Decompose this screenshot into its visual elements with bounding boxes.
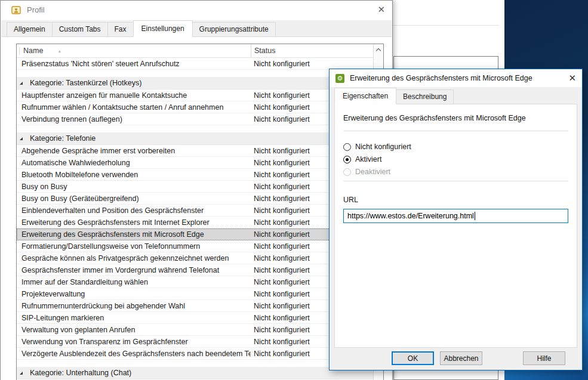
tab-eigenschaften[interactable]: Eigenschaften (334, 88, 396, 104)
setting-name: Gesprächsfenster immer im Vordergrund wä… (17, 266, 251, 274)
radio-label: Nicht konfiguriert (355, 143, 411, 151)
dialog-title: Erweiterung des Gesprächsfensters mit Mi… (350, 74, 532, 82)
column-header-status[interactable]: Status (251, 44, 373, 57)
category-row[interactable]: Kategorie: Unterhaltung (Chat) (17, 367, 373, 379)
list-row[interactable]: Automatische WahlwiederholungNicht konfi… (17, 157, 373, 169)
url-value: https://www.estos.de/Erweiterung.html (347, 212, 474, 220)
setting-name: SIP-Leitungen markieren (17, 314, 251, 322)
settings-list-body: Präsenzstatus 'Nicht stören' steuert Anr… (17, 58, 373, 379)
separator (343, 181, 568, 181)
list-row[interactable]: Hauptfenster anzeigen für manuelle Konta… (17, 89, 373, 101)
abbrechen-button[interactable]: Abbrechen (440, 351, 482, 365)
setting-name: Verwendung von Transparenz im Gesprächfe… (17, 338, 251, 346)
category-row[interactable]: Kategorie: Tastenkürzel (Hotkeys) (17, 77, 373, 89)
setting-name: Präsenzstatus 'Nicht stören' steuert Anr… (17, 60, 251, 68)
category-expanded-icon[interactable] (20, 137, 23, 140)
list-row[interactable]: Immer auf der Standardleitung wählenNich… (17, 276, 373, 288)
column-header-name-label: Name (23, 47, 43, 55)
row-gap (17, 70, 373, 77)
hilfe-button[interactable]: Hilfe (523, 351, 565, 365)
radio-disabled-icon (343, 168, 351, 176)
setting-name: Gespräche können als Privatgespräch geke… (17, 254, 251, 262)
radio-label: Aktiviert (355, 155, 381, 163)
dialog-tab-page: Erweiterung des Gesprächsfensters mit Mi… (334, 104, 577, 348)
settings-list-header: Name ▲ Status (17, 44, 373, 58)
scroll-up-button[interactable] (374, 44, 383, 55)
tab-fax[interactable]: Fax (107, 22, 134, 36)
radio-aktiviert[interactable]: Aktiviert (343, 155, 568, 163)
list-row[interactable]: ProjekteverwaltungNicht konfiguriert (17, 288, 373, 300)
list-row[interactable]: Abgehende Gespräche immer erst vorbereit… (17, 145, 373, 157)
setting-name: Automatische Wahlwiederholung (17, 159, 251, 167)
setting-dialog: ⚙ Erweiterung des Gesprächsfensters mit … (329, 69, 583, 370)
setting-name: Abgehende Gespräche immer erst vorbereit… (17, 147, 251, 155)
setting-name: Immer auf der Standardleitung wählen (17, 278, 251, 286)
column-header-status-label: Status (254, 47, 275, 55)
chevron-up-icon (376, 48, 381, 52)
list-row[interactable]: Gesprächsfenster immer im Vordergrund wä… (17, 264, 373, 276)
url-label: URL (343, 196, 568, 204)
dialog-tabstrip: EigenschaftenBeschreibung (334, 90, 577, 104)
setting-description: Erweiterung des Gesprächsfensters mit Mi… (343, 114, 568, 122)
list-row[interactable]: Einblendeverhalten und Position des Gesp… (17, 205, 373, 217)
row-gap (17, 360, 373, 367)
dialog-titlebar: ⚙ Erweiterung des Gesprächsfensters mit … (330, 69, 582, 87)
category-label: Kategorie: Telefonie (30, 134, 96, 143)
gear-icon: ⚙ (335, 74, 344, 83)
close-icon[interactable]: ✕ (377, 3, 385, 16)
row-gap (17, 125, 373, 132)
setting-name: Formatierung/Darstellungsweise von Telef… (17, 242, 251, 251)
profil-tabstrip: AllgemeinCustom TabsFaxEinstellungenGrup… (1, 20, 392, 37)
list-row[interactable]: Verbindung trennen (auflegen)Nicht konfi… (17, 113, 373, 125)
radio-icon[interactable] (343, 143, 351, 151)
list-row[interactable]: Präsenzstatus 'Nicht stören' steuert Anr… (17, 58, 373, 70)
category-label: Kategorie: Unterhaltung (Chat) (30, 369, 131, 377)
separator (343, 131, 568, 131)
radio-nicht-konfiguriert[interactable]: Nicht konfiguriert (343, 143, 568, 151)
category-expanded-icon[interactable] (20, 372, 23, 375)
category-label: Kategorie: Tastenkürzel (Hotkeys) (30, 79, 141, 87)
list-row[interactable]: Busy on BusyNicht konfiguriert (17, 181, 373, 193)
desktop: Profil ✕ AllgemeinCustom TabsFaxEinstell… (0, 0, 588, 380)
tab-allgemein[interactable]: Allgemein (7, 22, 53, 36)
radio-checked-icon[interactable] (343, 156, 351, 163)
list-row[interactable]: Rufnummernunterdrückung bei abgehender W… (17, 300, 373, 312)
setting-name: Hauptfenster anzeigen für manuelle Konta… (17, 91, 251, 100)
ok-button[interactable]: OK (392, 351, 434, 365)
list-row[interactable]: Verwendung von Transparenz im Gesprächfe… (17, 336, 373, 348)
background-window-divider (393, 25, 499, 26)
radio-label: Deaktiviert (355, 168, 390, 176)
setting-name: Verwaltung von geplanten Anrufen (17, 326, 251, 334)
text-cursor (475, 212, 475, 220)
tab-gruppierungsattribute[interactable]: Gruppierungsattribute (192, 22, 276, 36)
category-expanded-icon[interactable] (20, 82, 23, 85)
list-row[interactable]: Erweiterung des Gesprächsfensters mit In… (17, 217, 373, 228)
category-row[interactable]: Kategorie: Telefonie (17, 132, 373, 145)
list-row[interactable]: Formatierung/Darstellungsweise von Telef… (17, 240, 373, 252)
setting-name: Bluetooth Mobiltelefone verwenden (17, 171, 251, 179)
tab-custom-tabs[interactable]: Custom Tabs (52, 22, 108, 36)
tab-beschreibung[interactable]: Beschreibung (396, 89, 454, 104)
column-grip (19, 47, 20, 55)
setting-name: Einblendeverhalten und Position des Gesp… (17, 206, 251, 215)
list-row[interactable]: Busy on Busy (Geräteübergreifend)Nicht k… (17, 193, 373, 205)
window-title: Profil (27, 5, 45, 14)
url-input[interactable]: https://www.estos.de/Erweiterung.html (343, 209, 568, 223)
tab-einstellungen[interactable]: Einstellungen (133, 20, 193, 37)
setting-name: Projekteverwaltung (17, 290, 251, 298)
radio-deaktiviert: Deaktiviert (343, 168, 568, 176)
list-row[interactable]: Bluetooth Mobiltelefone verwendenNicht k… (17, 169, 373, 181)
list-row[interactable]: SIP-Leitungen markierenNicht konfigurier… (17, 312, 373, 324)
close-icon[interactable]: ✕ (568, 72, 576, 84)
list-row-selected[interactable]: Erweiterung des Gesprächsfensters mit Mi… (17, 228, 373, 240)
setting-name: Rufnummer wählen / Kontaktsuche starten … (17, 103, 251, 112)
contact-card-icon (11, 5, 21, 15)
column-header-name[interactable]: Name ▲ (17, 44, 251, 57)
setting-name: Rufnummernunterdrückung bei abgehender W… (17, 302, 251, 310)
list-row[interactable]: Rufnummer wählen / Kontaktsuche starten … (17, 101, 373, 113)
list-row[interactable]: Gespräche können als Privatgespräch geke… (17, 252, 373, 264)
list-row[interactable]: Verzögerte Ausblendezeit des Gesprächsfe… (17, 348, 373, 360)
profil-titlebar: Profil ✕ (1, 1, 392, 19)
list-row[interactable]: Verwaltung von geplanten AnrufenNicht ko… (17, 324, 373, 336)
setting-name: Erweiterung des Gesprächsfensters mit In… (17, 218, 251, 227)
